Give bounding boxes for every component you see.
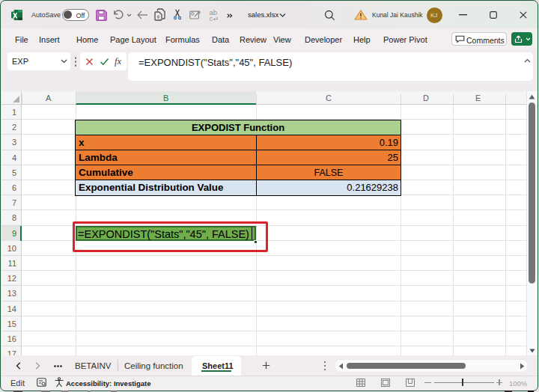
- svg-text:c: c: [210, 13, 213, 22]
